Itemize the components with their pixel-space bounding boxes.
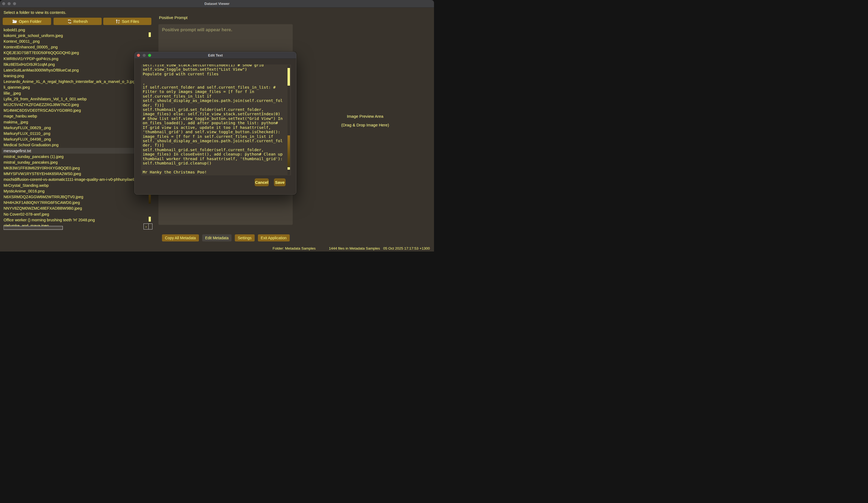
list-item[interactable]: MKB3W1FF83M629Y0RHXYG8QQE0.jpeg <box>2 165 147 171</box>
list-item[interactable]: N6XSRMDQZ4GGW6M2WTRRJBQTV0.jpeg <box>2 194 147 199</box>
sort-az-icon: A Z <box>115 19 120 24</box>
list-item[interactable]: olefumke_and_maya.jpeg <box>2 223 147 226</box>
edit-text-content: self.file_view_stack.setCurrentIndex(1) … <box>141 64 291 175</box>
list-item[interactable]: Office worker () morning brushing teeth … <box>2 217 147 223</box>
dialog-vscroll-segment[interactable] <box>288 135 290 167</box>
dialog-titlebar[interactable]: Edit Text <box>135 52 296 59</box>
svg-text:Z: Z <box>118 21 120 24</box>
list-item[interactable]: MarkuryFLUX_00829_.png <box>2 125 147 131</box>
positive-prompt-placeholder: Positive prompt will appear here. <box>158 24 293 32</box>
refresh-button[interactable]: Refresh <box>53 18 102 25</box>
sort-files-label: Sort Files <box>122 19 139 24</box>
edit-metadata-button[interactable]: Edit Metadata <box>202 234 231 242</box>
save-button[interactable]: Save <box>274 178 286 186</box>
edit-text-textarea[interactable]: self.file_view_stack.setCurrentIndex(1) … <box>141 64 291 175</box>
file-list[interactable]: kobold1.pngkokomi_pink_school_uniform.jp… <box>2 27 147 226</box>
image-preview-title: Image Preview Area <box>296 114 434 119</box>
status-folder: Folder: Metadata Samples <box>272 246 316 250</box>
dialog-title: Edit Text <box>135 53 296 58</box>
folder-instruction-label: Select a folder to view its contents. <box>3 10 66 15</box>
list-item[interactable]: Kontext_00011_.png <box>2 38 147 44</box>
list-item[interactable]: leaning.png <box>2 73 147 79</box>
refresh-label: Refresh <box>73 19 88 24</box>
list-item[interactable]: M12C5V4ZYKZFDAEZZRGJ8W7NC0.jpeg <box>2 102 147 107</box>
list-item[interactable]: KontextEnhanced_00005_.png <box>2 44 147 50</box>
list-item[interactable]: NH4HJKF1AB0QNY7RRG6F5CAWD0.jpeg <box>2 200 147 206</box>
file-list-vscroll-marker[interactable] <box>149 217 151 222</box>
open-folder-label: Open Folder <box>19 19 41 24</box>
chevron-right-icon: › <box>145 225 146 229</box>
image-preview-subtitle: (Drag & Drop Image Here) <box>296 123 434 127</box>
list-item[interactable]: mistral_sunday_pancakes.jpeg <box>2 159 147 165</box>
list-item[interactable]: l9kz8ElSxlHzDI9JR1cqM.png <box>2 61 147 67</box>
copy-all-metadata-button[interactable]: Copy All Metadata <box>162 234 199 242</box>
list-item[interactable]: messagefirst.txt <box>2 148 147 154</box>
open-folder-button[interactable]: Open Folder <box>3 18 51 25</box>
dialog-vscroll-handle[interactable] <box>288 68 290 86</box>
list-item[interactable]: lillie_.jpeg <box>2 90 147 96</box>
list-item[interactable]: Medical School Graduation.png <box>2 142 147 148</box>
dataset-viewer-window: Dataset Viewer Select a folder to view i… <box>0 0 434 252</box>
open-folder-icon <box>12 20 17 23</box>
list-item[interactable]: KQEJE3D7SBT7E0D50F6QQGDQH0.jpeg <box>2 50 147 56</box>
cancel-button[interactable]: Cancel <box>255 178 269 186</box>
list-item[interactable]: LatexSuitLanMao3000WhysOfBlueCat.png <box>2 67 147 73</box>
file-list-vscroll-segment[interactable] <box>149 194 151 204</box>
list-item[interactable]: kobold1.png <box>2 27 147 33</box>
file-list-hscroll-handle[interactable] <box>3 226 63 230</box>
list-item[interactable]: Leonardo_Anime_XL_A_regal_hightech_inter… <box>2 79 147 84</box>
list-item[interactable]: MrCrystal_Standing.webp <box>2 183 147 188</box>
image-preview-area[interactable]: Image Preview Area (Drag & Drop Image He… <box>296 0 434 234</box>
hscroll-right-arrow-button[interactable]: › <box>144 224 149 229</box>
list-item[interactable]: MysticAnime_0016.png <box>2 188 147 194</box>
list-item[interactable]: makima_.jpeg <box>2 119 147 125</box>
dialog-vscroll-marker[interactable] <box>288 167 290 170</box>
status-datetime: 05 Oct 2025 17:17:53 +1300 <box>383 246 430 250</box>
list-item[interactable]: NNYV8ZQM0WZMC48EFXADBBW9B0.jpeg <box>2 206 147 211</box>
list-item[interactable]: MarkuryFLUX_01110_.png <box>2 131 147 136</box>
positive-prompt-label: Positive Prompt <box>159 15 187 20</box>
list-item[interactable]: mistral_sunday_pancakes (1).jpeg <box>2 154 147 159</box>
sort-files-button[interactable]: A Z Sort Files <box>103 18 151 25</box>
list-item[interactable]: M14M4C6DSVDE0TRSCAGVYGD8R0.jpeg <box>2 108 147 113</box>
list-item[interactable]: MarkuryFLUX_04498_.png <box>2 136 147 142</box>
edit-text-dialog: Edit Text self.file_view_stack.setCurren… <box>134 52 297 195</box>
status-file-count: 1444 files in Metadata Samples <box>329 246 380 250</box>
list-item[interactable]: Lylla_29_from_Annihilators_Vol_1_4_001.w… <box>2 96 147 102</box>
list-item[interactable]: No Cover02-078-aref.jpeg <box>2 211 147 217</box>
scrollbar-corner <box>149 224 153 229</box>
list-item[interactable]: MMYSFVW1RYST6YEH4K65RA2WS0.jpeg <box>2 171 147 177</box>
exit-application-button[interactable]: Exit Application <box>258 234 290 242</box>
list-item[interactable]: kokomi_pink_school_uniform.jpeg <box>2 33 147 38</box>
list-item[interactable]: li_qianmei.jpeg <box>2 84 147 90</box>
refresh-icon <box>68 19 72 24</box>
footer-button-row: Copy All Metadata Edit Metadata Settings… <box>162 234 290 242</box>
list-item[interactable]: KWR8sVt1rYPDP-goP4rzs.png <box>2 56 147 61</box>
list-item[interactable]: mage_hanbu.webp <box>2 113 147 119</box>
file-list-vscroll-handle[interactable] <box>149 32 151 37</box>
settings-button[interactable]: Settings <box>235 234 255 242</box>
list-item[interactable]: mochidiffusion-coreml-vs-automatic1111-i… <box>2 177 147 183</box>
